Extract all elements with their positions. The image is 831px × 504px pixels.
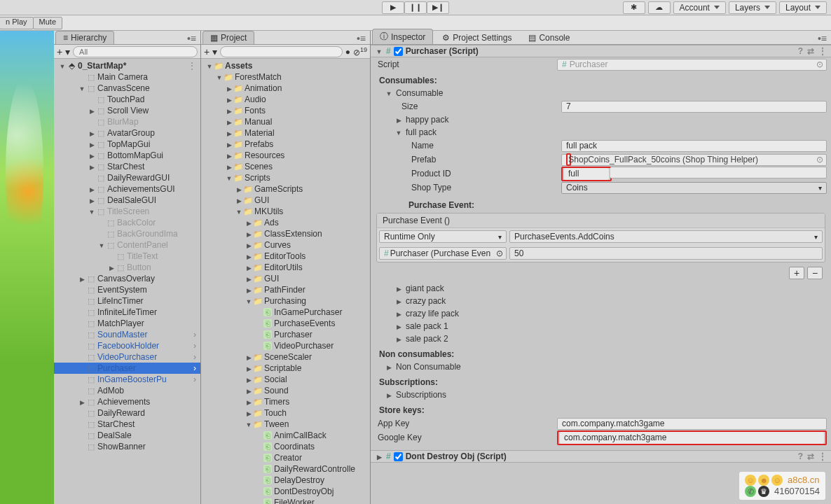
size-input[interactable]: 7 bbox=[561, 101, 827, 113]
hierarchy-item[interactable]: DailyRewardGUI bbox=[54, 172, 200, 183]
foldout-icon[interactable] bbox=[245, 262, 253, 272]
panel-options-icon[interactable]: •≡ bbox=[357, 33, 370, 44]
play-button[interactable]: ▶ bbox=[382, 1, 404, 14]
menu-icon[interactable]: ⋮ bbox=[818, 451, 827, 461]
array-item[interactable]: sale pack 2 bbox=[371, 332, 831, 345]
foldout-icon[interactable] bbox=[375, 451, 383, 461]
component-enable-checkbox[interactable] bbox=[394, 452, 403, 461]
event-arg-input[interactable]: 50 bbox=[509, 247, 823, 260]
hierarchy-item[interactable]: TopMapGui bbox=[54, 139, 200, 150]
hierarchy-item[interactable]: LifeIncTimer bbox=[54, 295, 200, 307]
hierarchy-item[interactable]: BlurMap bbox=[54, 116, 200, 127]
hierarchy-search-input[interactable] bbox=[73, 46, 198, 57]
name-input[interactable]: full pack bbox=[561, 140, 827, 152]
foldout-icon[interactable] bbox=[88, 206, 96, 216]
project-item[interactable]: Coordinats bbox=[201, 441, 370, 452]
panel-options-icon[interactable]: •≡ bbox=[818, 33, 831, 44]
foldout-icon[interactable] bbox=[394, 334, 403, 344]
hierarchy-item[interactable]: TouchPad bbox=[54, 94, 200, 105]
foldout-icon[interactable] bbox=[245, 229, 253, 239]
foldout-icon[interactable] bbox=[88, 128, 96, 138]
foldout-icon[interactable] bbox=[245, 408, 253, 418]
foldout-icon[interactable] bbox=[107, 262, 116, 272]
project-item[interactable]: Scenes bbox=[201, 161, 370, 172]
foldout-icon[interactable] bbox=[385, 390, 393, 400]
play-mode-button[interactable]: n Play bbox=[0, 17, 34, 29]
array-item[interactable]: full pack bbox=[406, 127, 437, 137]
foldout-icon[interactable] bbox=[225, 139, 233, 149]
project-item[interactable]: ClassExtension bbox=[201, 228, 370, 239]
hierarchy-item[interactable]: VideoPurchaser› bbox=[54, 351, 200, 363]
layers-dropdown[interactable]: Layers bbox=[729, 1, 776, 14]
project-item[interactable]: EditorUtils bbox=[201, 262, 370, 273]
foldout-icon[interactable] bbox=[225, 83, 233, 93]
foldout-icon[interactable] bbox=[78, 274, 86, 284]
hierarchy-item[interactable]: StarChest bbox=[54, 161, 200, 172]
tab-project-settings[interactable]: ⚙ Project Settings bbox=[434, 31, 519, 44]
project-item[interactable]: DailyRewardControlle bbox=[201, 463, 370, 475]
project-item[interactable]: Timers bbox=[201, 396, 370, 407]
account-dropdown[interactable]: Account bbox=[673, 1, 726, 14]
foldout-icon[interactable] bbox=[97, 240, 106, 250]
appkey-input[interactable]: com.company.match3game bbox=[557, 418, 827, 430]
panel-options-icon[interactable]: •≡ bbox=[187, 33, 200, 44]
project-item[interactable]: Touch bbox=[201, 407, 370, 419]
foldout-icon[interactable] bbox=[225, 150, 233, 160]
tab-project[interactable]: ▦ Project bbox=[202, 31, 254, 44]
foldout-icon[interactable] bbox=[235, 206, 243, 216]
hierarchy-item[interactable]: DealSaleGUI bbox=[54, 195, 200, 206]
event-target-field[interactable]: #Purchaser (Purchase Even⊙ bbox=[379, 247, 507, 260]
pause-button[interactable]: ❙❙ bbox=[404, 1, 427, 14]
hierarchy-item[interactable]: EventSystem bbox=[54, 284, 200, 295]
project-item[interactable]: MKUtils bbox=[201, 206, 370, 217]
foldout-icon[interactable] bbox=[394, 321, 403, 331]
create-dropdown[interactable]: + ▾ bbox=[204, 46, 217, 57]
hierarchy-item[interactable]: CanvasOverlay bbox=[54, 273, 200, 284]
component-header[interactable]: # Purchaser (Script) ? ⇄ ⋮ bbox=[371, 45, 831, 57]
step-button[interactable]: ▶❙ bbox=[427, 1, 449, 14]
hierarchy-item[interactable]: BackGroundIma bbox=[54, 228, 200, 239]
project-item[interactable]: Scripts bbox=[201, 172, 370, 183]
hierarchy-item[interactable]: InfiniteLifeTimer bbox=[54, 307, 200, 318]
project-item[interactable]: Manual bbox=[201, 116, 370, 127]
subscriptions-array[interactable]: Subscriptions bbox=[396, 390, 446, 400]
project-item[interactable]: Purchasing bbox=[201, 295, 370, 307]
project-item[interactable]: GameScripts bbox=[201, 183, 370, 195]
foldout-icon[interactable] bbox=[225, 173, 233, 183]
prefab-field[interactable]: ShopCoins_FullPack_50coins (Shop Thing H… bbox=[561, 154, 827, 166]
foldout-icon[interactable] bbox=[225, 162, 233, 172]
foldout-icon[interactable] bbox=[88, 150, 96, 160]
project-item[interactable]: Purchaser bbox=[201, 329, 370, 340]
scene-menu-icon[interactable]: ⋮ bbox=[188, 61, 200, 71]
function-dropdown[interactable]: PurchaseEvents.AddCoins bbox=[509, 230, 823, 243]
tab-inspector[interactable]: ⓘ Inspector bbox=[372, 29, 433, 44]
tab-console[interactable]: ▤ Console bbox=[521, 31, 577, 44]
non-consumable-array[interactable]: Non Consumable bbox=[396, 362, 461, 372]
project-item[interactable]: Fonts bbox=[201, 105, 370, 116]
foldout-icon[interactable] bbox=[205, 61, 214, 71]
productid-input[interactable]: full bbox=[564, 168, 609, 180]
project-item[interactable]: FileWorker bbox=[201, 497, 370, 504]
project-item[interactable]: Ads bbox=[201, 217, 370, 228]
project-item[interactable]: SceneScaler bbox=[201, 351, 370, 363]
help-icon[interactable]: ? bbox=[798, 46, 803, 56]
foldout-icon[interactable] bbox=[385, 88, 393, 98]
foldout-icon[interactable] bbox=[245, 419, 253, 429]
foldout-icon[interactable] bbox=[245, 352, 253, 362]
hierarchy-item[interactable]: AchievementsGUI bbox=[54, 183, 200, 195]
project-item[interactable]: Social bbox=[201, 374, 370, 385]
foldout-icon[interactable] bbox=[375, 46, 383, 56]
foldout-icon[interactable] bbox=[245, 251, 253, 261]
project-item[interactable]: Prefabs bbox=[201, 139, 370, 150]
remove-event-button[interactable]: − bbox=[807, 267, 823, 279]
foldout-icon[interactable] bbox=[235, 184, 243, 194]
foldout-icon[interactable] bbox=[245, 397, 253, 407]
project-item[interactable]: Sound bbox=[201, 385, 370, 396]
hierarchy-item[interactable]: SoundMaster› bbox=[54, 329, 200, 340]
hierarchy-item[interactable]: DealSale bbox=[54, 430, 200, 441]
project-item[interactable]: VideoPurchaser bbox=[201, 340, 370, 351]
hierarchy-item[interactable]: BottomMapGui bbox=[54, 150, 200, 161]
project-search-input[interactable] bbox=[220, 46, 343, 57]
project-item[interactable]: EditorTools bbox=[201, 251, 370, 262]
hierarchy-item[interactable]: Achievements bbox=[54, 396, 200, 407]
